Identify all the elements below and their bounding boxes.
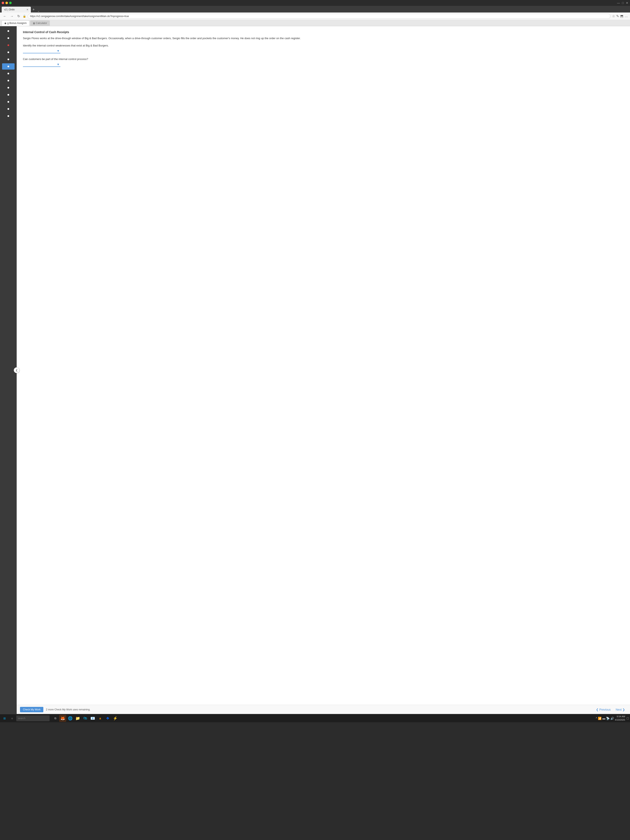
edge-icon[interactable]: 🌐	[67, 715, 74, 722]
content-panel: Internal Control of Cash Receipts Sergio…	[17, 26, 630, 705]
notification-icon[interactable]: □	[627, 717, 629, 720]
tab-close-icon[interactable]: ✕	[27, 8, 28, 11]
minimize-window-btn[interactable]	[5, 2, 8, 4]
sidebar-item-7[interactable]	[2, 70, 14, 77]
tab-calculator-label: Calculator	[36, 22, 47, 25]
prev-chevron-icon: ❮	[596, 708, 598, 711]
tray-caret-icon[interactable]: ^	[596, 717, 597, 720]
sidebar-item-8[interactable]	[2, 77, 14, 84]
dot-2	[8, 37, 9, 39]
sidebar-item-2[interactable]	[2, 35, 14, 41]
remaining-text: 2 more Check My Work uses remaining.	[46, 708, 90, 711]
address-icons: ☆ ✎ ⬒ …	[612, 14, 628, 18]
tab-icon: ◉	[5, 22, 6, 25]
collapse-sidebar-btn[interactable]: ❮	[14, 367, 20, 373]
sidebar-item-3[interactable]	[2, 42, 14, 48]
address-bar[interactable]	[28, 14, 610, 19]
sidebar-item-11[interactable]	[2, 99, 14, 105]
sidebar-item-5[interactable]	[2, 56, 14, 63]
back-btn[interactable]: ←	[2, 14, 8, 19]
restore-icon[interactable]: □	[622, 1, 624, 5]
dot-4	[8, 52, 9, 53]
maximize-window-btn[interactable]	[9, 2, 12, 4]
profile-icon[interactable]: ✎	[616, 14, 619, 18]
tab-label: v2 | Onlin	[4, 8, 14, 11]
dot-3	[8, 44, 9, 46]
tab-bonus-label: g Bonus Assignm	[7, 22, 27, 25]
dot-1	[8, 30, 9, 32]
sidebar-item-9[interactable]	[2, 85, 14, 91]
calculator-tab-icon: ▦	[33, 22, 35, 25]
tray-network-icon[interactable]: 📶	[598, 717, 602, 720]
taskview-btn[interactable]: ⧉	[52, 715, 59, 722]
dot-9	[8, 87, 9, 88]
browser-tab-active[interactable]: v2 | Onlin ✕	[2, 7, 31, 13]
close-window-btn[interactable]	[2, 2, 4, 4]
green-app-icon[interactable]: ⚡	[112, 715, 119, 722]
new-tab-btn[interactable]: +	[31, 7, 36, 13]
bookmark-icon[interactable]: ☆	[612, 14, 615, 18]
taskbar-clock[interactable]: 9:54 AM 4/10/2020	[615, 715, 625, 722]
content-wrapper: ? Internal Control of Cash Receipts Serg…	[17, 26, 630, 714]
tab-bonus-assignment[interactable]: ◉ g Bonus Assignm	[2, 21, 29, 26]
nav-buttons: ❮ Previous Next ❯	[594, 707, 627, 712]
browser-window: — □ ✕ v2 | Onlin ✕ + ⌄ ← → ↻ 🔒 ☆ ✎ ⬒	[0, 0, 630, 714]
more-icon[interactable]: …	[625, 14, 628, 18]
next-btn[interactable]: Next ❯	[614, 707, 627, 712]
browser-addressbar: ← → ↻ 🔒 ☆ ✎ ⬒ …	[0, 13, 630, 20]
windows-start-btn[interactable]: ⊞	[1, 715, 8, 722]
sidebar-item-12[interactable]	[2, 106, 14, 112]
previous-btn[interactable]: ❮ Previous	[594, 707, 612, 712]
previous-label: Previous	[599, 708, 611, 711]
clock-date: 4/10/2020	[615, 718, 625, 722]
dot-8	[8, 80, 9, 82]
dot-7	[8, 73, 9, 74]
question-body: Sergio Flores works at the drive-through…	[23, 36, 624, 41]
dropbox-icon[interactable]: ❖	[104, 715, 111, 722]
sidebar-item-10[interactable]	[2, 92, 14, 98]
sidebar-item-1[interactable]	[2, 28, 14, 34]
dropdown-2[interactable]: ▼	[23, 62, 60, 67]
dot-10	[8, 94, 9, 96]
dot-13	[8, 115, 9, 117]
browser-tabbar: v2 | Onlin ✕ + ⌄	[0, 6, 630, 13]
minimize-icon[interactable]: —	[617, 1, 620, 5]
sidebar-item-6[interactable]	[2, 63, 14, 69]
sidebar: ❮	[0, 26, 17, 714]
sidebar-item-4[interactable]	[2, 49, 14, 55]
clock-time: 9:54 AM	[615, 715, 625, 718]
dot-11	[8, 101, 9, 103]
dot-5	[8, 58, 9, 60]
tab-calculator[interactable]: ▦ Calculator	[30, 21, 50, 26]
app-tabbar: ◉ g Bonus Assignm ▦ Calculator	[0, 20, 630, 26]
store-icon[interactable]: 🛍	[82, 715, 89, 722]
sidebar-item-13[interactable]	[2, 113, 14, 119]
dropdown-1[interactable]: ▼	[23, 49, 60, 53]
refresh-btn[interactable]: ↻	[16, 14, 21, 19]
bottom-bar: Check My Work 2 more Check My Work uses …	[17, 705, 630, 714]
question-prompt-1: Identify the internal control weaknesses…	[23, 44, 624, 47]
amazon-icon[interactable]: a	[97, 715, 104, 722]
check-my-work-btn[interactable]: Check My Work	[20, 707, 43, 712]
taskbar-tray: ^ 📶 ▬ 📡 🔊	[596, 717, 614, 720]
taskbar-search-input[interactable]	[16, 715, 50, 721]
dot-12	[8, 108, 9, 110]
dropdown-1-arrow: ▼	[57, 49, 60, 52]
share-icon[interactable]: ⬒	[620, 14, 623, 18]
tray-monitor-icon[interactable]: ▬	[602, 717, 605, 720]
forward-btn[interactable]: →	[9, 14, 14, 19]
firefox-icon[interactable]: 🦊	[59, 715, 66, 722]
close-icon[interactable]: ✕	[626, 1, 628, 5]
taskbar: ⊞ ○ ⧉ 🦊 🌐 📁 🛍 📧 a ❖ ⚡ ^ 📶 ▬ 📡 🔊 9:54 AM …	[0, 714, 630, 722]
dropdown-2-arrow: ▼	[57, 63, 60, 66]
tray-wifi-icon[interactable]: 📡	[606, 717, 609, 720]
main-area: ❮ ? Internal Control of Cash Receipts Se…	[0, 26, 630, 714]
browser-titlebar: — □ ✕	[0, 0, 630, 6]
mail-icon[interactable]: 📧	[89, 715, 96, 722]
tray-volume-icon[interactable]: 🔊	[610, 717, 614, 720]
tab-list-icon[interactable]: ⌄	[36, 9, 41, 13]
lock-icon: 🔒	[23, 14, 26, 18]
window-controls-right: — □ ✕	[617, 1, 628, 5]
folder-icon[interactable]: 📁	[74, 715, 81, 722]
taskbar-search-btn[interactable]: ○	[9, 715, 16, 722]
